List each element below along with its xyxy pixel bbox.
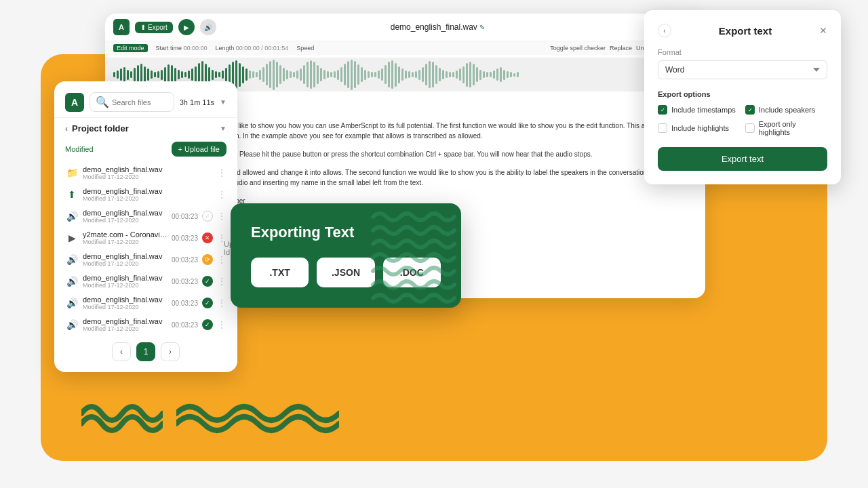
speakers-label: Include speakers (759, 106, 815, 114)
more-icon[interactable]: ⋮ (217, 189, 226, 200)
waveform-bar (391, 60, 393, 89)
waveform-bar (256, 72, 258, 77)
waveform-bar (178, 70, 180, 79)
status-badge: ⟳ (202, 254, 213, 265)
folder-chevron-icon[interactable]: ▼ (220, 125, 226, 132)
file-name: y2mate.com - Coronavirus Vir... (83, 230, 167, 239)
export-panel: ‹ Export text ✕ Format Word Export optio… (644, 10, 841, 184)
waveform-bar (330, 72, 332, 77)
speakers-checkbox[interactable]: ✓ (745, 105, 755, 115)
txt-format-button[interactable]: .TXT (251, 258, 309, 287)
file-info: demo_english_final.wav Modified 17-12-20… (83, 274, 167, 289)
list-item[interactable]: 🔊 demo_english_final.wav Modified 17-12-… (60, 249, 232, 270)
waveform-bar (405, 70, 407, 79)
waveform-bar (381, 68, 383, 81)
option-speakers[interactable]: ✓ Include speakers (745, 105, 827, 115)
waveform-bar (252, 71, 254, 78)
list-item[interactable]: 📁 demo_english_final.wav Modified 17-12-… (60, 162, 232, 184)
file-duration: 00:03:23 (172, 321, 198, 329)
file-meta: Modified 17-12-2020 (83, 217, 167, 224)
waveform-bar (415, 71, 417, 78)
waveform-bar (462, 66, 465, 83)
editor-export-button[interactable]: ⬆ Export (135, 22, 173, 33)
waveform-bar (334, 71, 336, 78)
more-icon[interactable]: ⋮ (217, 276, 226, 287)
waveform-bar (337, 70, 339, 80)
waveform-bar (459, 68, 461, 81)
search-box[interactable]: 🔍 (90, 92, 174, 112)
more-icon[interactable]: ⋮ (217, 211, 226, 222)
search-input[interactable] (112, 98, 168, 106)
waveform-bar (493, 70, 495, 79)
waveform-bar (161, 70, 163, 80)
chevron-down-icon[interactable]: ▼ (220, 98, 226, 106)
sound-button[interactable]: 🔊 (200, 19, 216, 35)
file-manager-panel: A 🔍 3h 1m 11s ▼ ‹ Project folder ▼ Modif… (54, 81, 237, 372)
option-highlights[interactable]: Include highlights (658, 120, 740, 136)
option-only-highlights[interactable]: Export only highlights (745, 120, 827, 136)
back-button[interactable]: ‹ (658, 24, 671, 37)
waveform-bar (300, 68, 302, 81)
file-duration: 00:03:23 (172, 235, 198, 242)
list-item[interactable]: ▶ y2mate.com - Coronavirus Vir... Modifi… (60, 227, 232, 249)
edit-icon[interactable]: ✎ (479, 24, 485, 31)
more-icon[interactable]: ⋮ (217, 319, 226, 330)
list-item[interactable]: 🔊 demo_english_final.wav Modified 17-12-… (60, 270, 232, 292)
format-select[interactable]: Word (658, 60, 827, 79)
waveform-bar (449, 72, 451, 77)
list-item[interactable]: 🔊 demo_english_final.wav Modified 17-12-… (60, 205, 232, 227)
waveform-bar (452, 72, 454, 77)
waveform-bar (134, 68, 136, 81)
option-timestamps[interactable]: ✓ Include timestamps (658, 105, 740, 115)
timestamps-checkbox[interactable]: ✓ (658, 105, 667, 115)
waveform-bar (354, 61, 356, 88)
upload-file-button[interactable]: + Upload file (172, 142, 226, 157)
more-icon[interactable]: ⋮ (217, 298, 226, 308)
spell-check-toggle[interactable]: Toggle spell checker (550, 45, 606, 52)
sort-modified[interactable]: Modified (65, 145, 94, 153)
only-highlights-checkbox[interactable] (745, 123, 755, 133)
waveform-bar (429, 61, 431, 88)
folder-row[interactable]: ‹ Project folder ▼ (54, 118, 237, 139)
file-name: demo_english_final.wav (83, 274, 167, 282)
current-page-button[interactable]: 1 (136, 342, 155, 361)
highlights-checkbox[interactable] (658, 123, 667, 133)
play-button[interactable]: ▶ (178, 19, 195, 35)
list-item[interactable]: 🔊 demo_english_final.wav Modified 17-12-… (60, 314, 232, 336)
file-info: y2mate.com - Coronavirus Vir... Modified… (83, 230, 167, 245)
waveform-bar (245, 68, 248, 81)
more-icon[interactable]: ⋮ (217, 167, 226, 178)
waveform-bar (418, 70, 420, 80)
waveform-bar (500, 67, 502, 82)
waveform-bar (276, 62, 278, 87)
prev-page-button[interactable]: ‹ (112, 342, 131, 361)
next-page-button[interactable]: › (161, 342, 180, 361)
replace-button[interactable]: Replace (610, 45, 632, 52)
waveform-bar (208, 67, 210, 82)
editor-logo: A (113, 19, 130, 35)
close-button[interactable]: ✕ (819, 25, 827, 36)
waveform-bar (340, 67, 342, 82)
waveform-bar (395, 63, 397, 87)
export-text-button[interactable]: Export text (658, 147, 827, 171)
waveform-bar (490, 72, 492, 77)
only-highlights-label: Export only highlights (759, 120, 827, 136)
back-chevron-icon[interactable]: ‹ (65, 124, 68, 134)
list-item[interactable]: ⬆ demo_english_final.wav Modified 17-12-… (60, 184, 232, 205)
waveform-bar (351, 60, 353, 90)
waveform-bar (215, 71, 217, 78)
file-duration: 00:03:23 (172, 300, 198, 307)
waveform-bar (320, 68, 322, 81)
file-info: demo_english_final.wav Modified 17-12-20… (83, 165, 213, 180)
file-info: demo_english_final.wav Modified 17-12-20… (83, 187, 213, 202)
status-badge: ✓ (202, 298, 213, 308)
waveform-bar (507, 71, 509, 78)
audio-icon: 🔊 (65, 318, 79, 331)
waveform-bar (222, 70, 224, 79)
list-item[interactable]: 🔊 demo_english_final.wav Modified 17-12-… (60, 292, 232, 314)
waveform-bar (307, 62, 309, 87)
waveform-bar (269, 61, 271, 88)
folder-name: Project folder (72, 123, 216, 134)
file-info: demo_english_final.wav Modified 17-12-20… (83, 317, 167, 332)
waveform-bar (290, 71, 292, 78)
